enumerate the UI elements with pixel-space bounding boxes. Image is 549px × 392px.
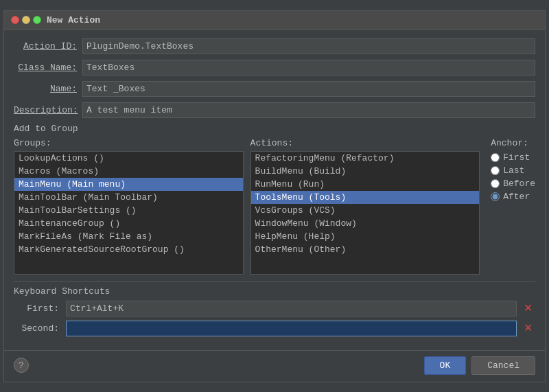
- groups-column: Groups: LookupActions ()Macros (Macros)M…: [14, 138, 244, 275]
- action-id-row: Action ID:: [14, 38, 535, 54]
- dialog-footer: ? OK Cancel: [4, 350, 545, 382]
- list-item[interactable]: LookupActions (): [14, 152, 243, 165]
- list-item[interactable]: HelpMenu (Help): [251, 230, 480, 243]
- list-item[interactable]: VcsGroups (VCS): [251, 204, 480, 217]
- list-item[interactable]: RunMenu (Run): [251, 178, 480, 191]
- ok-button[interactable]: OK: [424, 356, 467, 375]
- anchor-label-first: First: [503, 152, 530, 163]
- groups-list[interactable]: LookupActions ()Macros (Macros)MainMenu …: [14, 151, 244, 275]
- anchor-label-last: Last: [503, 165, 524, 176]
- actions-label: Actions:: [250, 138, 480, 148]
- class-name-row: Class Name:: [14, 60, 535, 76]
- anchor-label-after: After: [503, 192, 530, 202]
- class-name-label: Class Name:: [14, 62, 82, 73]
- anchor-radio-before[interactable]: [491, 179, 500, 188]
- maximize-button[interactable]: [33, 16, 41, 24]
- keyboard-second-input[interactable]: [66, 321, 517, 336]
- action-id-input[interactable]: [82, 38, 535, 54]
- help-button[interactable]: ?: [14, 358, 29, 373]
- keyboard-second-clear-button[interactable]: ✕: [521, 323, 535, 334]
- anchor-radio-row: First: [491, 152, 535, 163]
- anchor-radio-after[interactable]: [491, 192, 500, 201]
- groups-label: Groups:: [14, 138, 244, 148]
- list-item[interactable]: MarkGeneratedSourceRootGroup (): [14, 243, 243, 256]
- list-item[interactable]: MarkFileAs (Mark File as): [14, 230, 243, 243]
- list-item[interactable]: MainToolBarSettings (): [14, 204, 243, 217]
- actions-list[interactable]: RefactoringMenu (Refactor)BuildMenu (Bui…: [250, 151, 480, 275]
- description-row: Description:: [14, 102, 535, 118]
- anchor-radio-last[interactable]: [491, 166, 500, 175]
- actions-column: Actions: RefactoringMenu (Refactor)Build…: [250, 138, 480, 275]
- name-input[interactable]: [82, 81, 535, 97]
- keyboard-first-label: First:: [14, 303, 62, 314]
- action-id-label: Action ID:: [14, 41, 82, 51]
- list-item[interactable]: Macros (Macros): [14, 165, 243, 178]
- anchor-radio-row: After: [491, 192, 535, 202]
- minimize-button[interactable]: [22, 16, 30, 24]
- list-item[interactable]: MaintenanceGroup (): [14, 217, 243, 230]
- keyboard-second-label: Second:: [14, 323, 62, 334]
- window-controls: [11, 16, 41, 24]
- list-item[interactable]: RefactoringMenu (Refactor): [251, 152, 480, 165]
- keyboard-first-clear-button[interactable]: ✕: [521, 303, 535, 314]
- keyboard-shortcuts-section: Keyboard Shortcuts First: ✕ Second: ✕: [14, 281, 535, 336]
- keyboard-second-row: Second: ✕: [14, 321, 535, 336]
- dialog-body: Action ID: Class Name: Name: Description…: [4, 30, 545, 347]
- keyboard-first-row: First: ✕: [14, 301, 535, 316]
- anchor-label: Anchor:: [491, 138, 535, 148]
- list-item[interactable]: BuildMenu (Build): [251, 165, 480, 178]
- dialog-title: New Action: [47, 15, 100, 25]
- anchor-column: Anchor: FirstLastBeforeAfter: [487, 138, 535, 275]
- description-input[interactable]: [82, 102, 535, 118]
- keyboard-first-input[interactable]: [66, 301, 517, 316]
- list-item[interactable]: WindowMenu (Window): [251, 217, 480, 230]
- class-name-input[interactable]: [82, 60, 535, 76]
- anchor-radio-row: Last: [491, 165, 535, 176]
- keyboard-shortcuts-label: Keyboard Shortcuts: [14, 281, 535, 297]
- add-to-group-label: Add to Group: [14, 124, 535, 134]
- list-item[interactable]: MainMenu (Main menu): [14, 178, 243, 191]
- name-row: Name:: [14, 81, 535, 97]
- anchor-radio-row: Before: [491, 178, 535, 189]
- list-item[interactable]: ToolsMenu (Tools): [251, 191, 480, 204]
- footer-buttons: OK Cancel: [424, 356, 535, 375]
- list-item[interactable]: OtherMenu (Other): [251, 243, 480, 256]
- new-action-dialog: New Action Action ID: Class Name: Name:: [3, 10, 546, 382]
- close-button[interactable]: [11, 16, 19, 24]
- description-label: Description:: [14, 105, 82, 115]
- class-name-label-text: Class Name:: [18, 62, 77, 73]
- cancel-button[interactable]: Cancel: [471, 356, 535, 375]
- name-label-text: Name:: [50, 84, 77, 94]
- help-icon-label: ?: [19, 360, 24, 371]
- name-label: Name:: [14, 84, 82, 94]
- groups-actions-container: Groups: LookupActions ()Macros (Macros)M…: [14, 138, 535, 275]
- title-bar: New Action: [4, 11, 545, 30]
- anchor-radios: FirstLastBeforeAfter: [491, 152, 535, 205]
- anchor-radio-first[interactable]: [491, 153, 500, 162]
- anchor-label-before: Before: [503, 178, 535, 189]
- list-item[interactable]: MainToolBar (Main Toolbar): [14, 191, 243, 204]
- action-id-label-text: Action ID:: [23, 41, 77, 51]
- description-label-text: Description:: [14, 105, 78, 115]
